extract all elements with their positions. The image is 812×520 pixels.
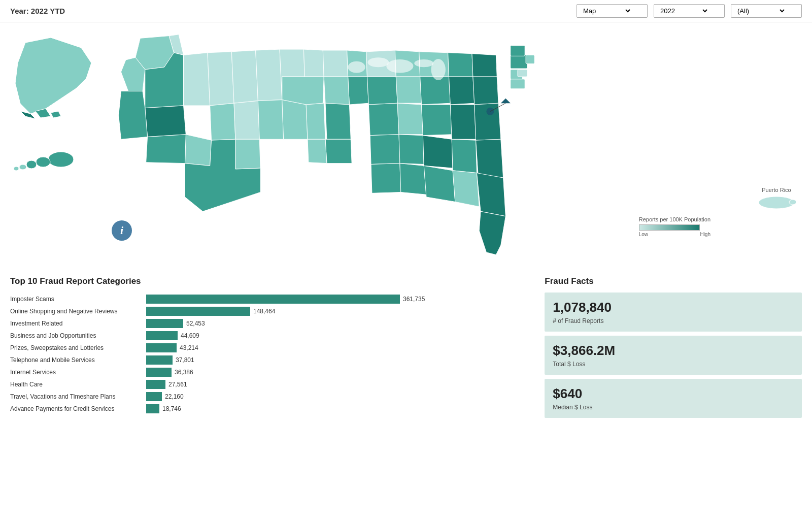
bar-container: 22,160 [146,392,184,401]
filter-select[interactable]: (All) [735,7,786,15]
bar [146,380,165,389]
svg-rect-67 [511,79,525,89]
fact-box: $3,866.2MTotal $ Loss [545,336,802,375]
svg-marker-53 [370,135,400,165]
svg-marker-72 [501,99,511,103]
fact-description: Total $ Loss [553,361,794,368]
svg-marker-49 [397,103,423,135]
legend-title: Reports per 100K Population [639,216,710,222]
svg-marker-0 [15,38,91,114]
bar-row: Telephone and Mobile Services37,801 [10,355,524,365]
year-select[interactable]: 2022 [658,7,709,15]
bar-value: 361,735 [403,296,425,303]
svg-marker-30 [306,103,325,139]
legend-high: High [700,232,710,237]
us-map [107,27,563,256]
svg-marker-28 [282,77,324,105]
fact-box: $640Median $ Loss [545,379,802,418]
svg-marker-17 [210,103,235,140]
svg-marker-16 [208,52,234,106]
svg-marker-13 [145,106,186,137]
bar-chart: Imposter Scams361,735Online Shopping and… [10,295,524,413]
svg-marker-37 [308,139,327,163]
svg-marker-41 [448,53,473,77]
svg-rect-68 [511,46,525,56]
svg-marker-20 [231,50,258,103]
year-title: Year: 2022 YTD [10,7,65,15]
svg-marker-19 [146,135,186,164]
svg-point-5 [36,157,50,167]
bar-row: Business and Job Opportunities44,609 [10,331,524,340]
svg-marker-51 [450,105,476,139]
year-dropdown[interactable]: 2022 [654,4,725,18]
bar-container: 148,464 [146,307,275,316]
main-map-wrap: Reports per 100K Population Low High Pue… [107,27,802,257]
bar-value: 44,609 [181,332,199,339]
bar-value: 52,453 [186,320,205,327]
svg-marker-50 [422,105,452,136]
bar-container: 43,214 [146,343,198,352]
svg-marker-54 [399,135,424,165]
bar-container: 18,746 [146,404,181,413]
svg-marker-21 [256,49,282,101]
puerto-rico-area: Puerto Rico [756,187,797,212]
svg-marker-59 [400,164,426,195]
svg-marker-43 [367,77,397,105]
bar-value: 43,214 [180,344,198,351]
bar [146,368,172,377]
bar-row: Imposter Scams361,735 [10,295,524,304]
bar [146,343,177,352]
map-legend: Reports per 100K Population Low High [639,216,710,237]
bar-container: 27,561 [146,380,187,389]
fraud-facts-title: Fraud Facts [545,276,802,286]
svg-marker-27 [303,49,324,77]
svg-marker-47 [473,77,498,105]
bar-row: Online Shopping and Negative Reviews148,… [10,307,524,316]
svg-marker-33 [348,77,369,105]
svg-point-76 [414,59,433,67]
bar-row: Prizes, Sweepstakes and Lotteries43,214 [10,343,524,352]
fraud-facts: Fraud Facts 1,078,840# of Fraud Reports$… [545,276,802,422]
filter-dropdown[interactable]: (All) [731,4,802,18]
legend-low: Low [639,232,648,237]
bar-row: Internet Services36,386 [10,368,524,377]
svg-marker-55 [423,136,453,168]
bar-container: 44,609 [146,331,199,340]
svg-marker-36 [325,139,352,163]
svg-marker-57 [476,139,503,178]
svg-marker-23 [258,100,283,140]
bar [146,355,173,365]
view-select[interactable]: Map [581,7,632,15]
alaska-hawaii-maps [10,32,96,180]
bar [146,307,250,316]
bar-container: 36,386 [146,368,193,377]
fact-description: Median $ Loss [553,404,794,411]
top-controls: Map 2022 (All) [577,4,802,18]
bar-value: 36,386 [175,369,193,376]
bar-value: 18,746 [162,405,181,412]
svg-point-6 [26,160,37,169]
map-section: i [0,22,812,271]
bar-label: Advance Payments for Credit Services [10,405,142,412]
fact-description: # of Fraud Reports [553,317,794,324]
bar-value: 37,801 [176,356,194,364]
svg-point-4 [48,152,74,167]
svg-marker-60 [424,166,455,202]
fact-box: 1,078,840# of Fraud Reports [545,292,802,332]
view-dropdown[interactable]: Map [577,4,648,18]
hawaii-map [10,134,76,180]
svg-marker-44 [396,77,421,103]
bar [146,331,178,340]
svg-marker-48 [368,103,399,135]
svg-marker-18 [185,135,211,166]
svg-marker-29 [282,100,308,140]
bar-label: Online Shopping and Negative Reviews [10,308,142,315]
svg-point-73 [348,61,365,73]
svg-marker-63 [479,211,505,254]
bar-label: Telephone and Mobile Services [10,356,142,364]
bar-label: Imposter Scams [10,296,142,303]
svg-marker-61 [453,171,479,207]
svg-rect-69 [526,55,534,63]
bar-value: 27,561 [168,381,187,388]
bar-label: Investment Related [10,320,142,327]
